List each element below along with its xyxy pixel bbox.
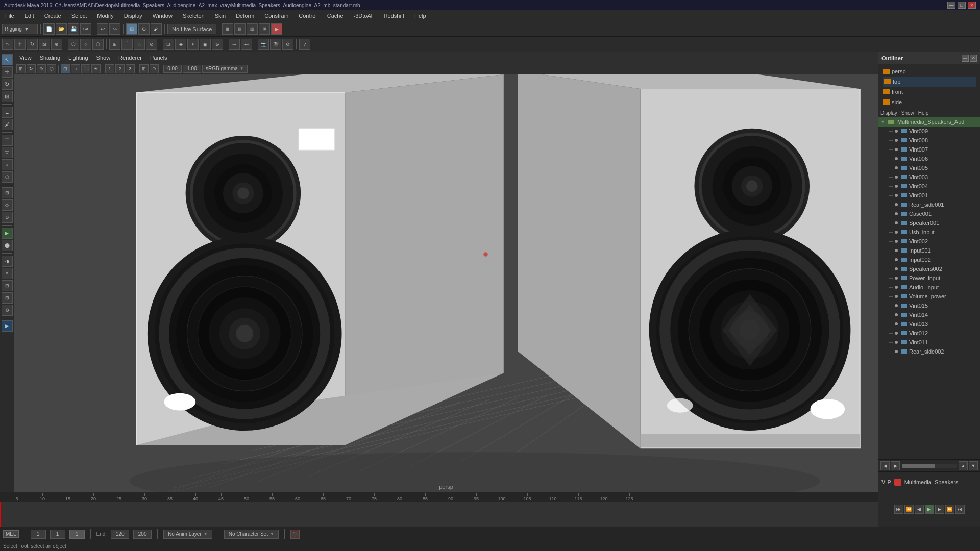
layers-lt-btn[interactable]: ⊟ [2,280,13,291]
outliner-item-vint001[interactable]: Vint001 [878,191,980,200]
outliner-item-vint006[interactable]: Vint006 [878,154,980,163]
res-high-btn[interactable]: 3 [126,64,135,73]
scale-lt-btn[interactable]: ⊠ [2,91,13,102]
next-key-btn[interactable]: ⏩ [945,505,954,514]
show-help[interactable]: ? [299,39,310,50]
shadow-btn[interactable]: ▣ [200,39,211,50]
outliner-item-vint009[interactable]: Vint009 [878,127,980,136]
render-region[interactable]: 📷 [258,39,269,50]
cam-zoom-btn[interactable]: ⊕ [37,64,46,73]
viewport-menu-renderer[interactable]: Renderer [116,54,144,61]
mode-dropdown[interactable]: Rigging ▼ [2,24,38,34]
anim-end-input[interactable] [133,530,152,539]
menu-display[interactable]: Display [122,12,144,20]
menu-control[interactable]: Control [297,12,318,20]
outliner-item-usb[interactable]: Usb_input [878,228,980,237]
character-set-dropdown[interactable]: No Character Set ▼ [224,530,279,539]
prev-frame-btn[interactable]: ◀ [915,505,924,514]
outliner-menu-display[interactable]: Display [880,110,897,116]
ik-tool[interactable]: ⊷ [241,39,252,50]
close-button[interactable]: ✕ [968,2,976,9]
save-button[interactable]: 💾 [68,23,79,35]
rotate-tool[interactable]: ↻ [27,39,38,50]
grid-btn[interactable]: ⊞ [139,64,149,73]
menu-redshift[interactable]: Redshift [382,12,406,20]
outliner-item-input002[interactable]: Input002 [878,255,980,264]
current-frame-input[interactable] [50,530,65,539]
hardware-lt-btn[interactable]: ⬤ [2,240,13,251]
outliner-item-vint014[interactable]: Vint014 [878,310,980,319]
smooth-btn[interactable]: ○ [71,64,80,73]
new-scene-button[interactable]: 📄 [43,23,55,35]
silent-lt-btn[interactable]: ◑ [2,256,13,267]
layout-btn2[interactable]: ▤ [234,23,246,35]
outliner-scrollbar-thumb[interactable] [902,464,935,468]
viewport-menu-view[interactable]: View [17,54,34,61]
texture-btn[interactable]: ⬛ [81,64,90,73]
next-frame-btn[interactable]: ▶ [935,505,944,514]
viewport-menu-show[interactable]: Show [94,54,113,61]
menu-constrain[interactable]: Constrain [262,12,290,20]
menu-cache[interactable]: Cache [325,12,346,20]
cam-top-item[interactable]: top [883,77,976,87]
tools-lt-btn[interactable]: ⚙ [2,305,13,316]
outliner-menu-help[interactable]: Help [918,110,929,116]
outliner-minimize-btn[interactable]: — [962,55,969,62]
playblast-lt-btn[interactable]: ▶ [2,320,13,332]
menu-create[interactable]: Create [42,12,63,20]
light-btn[interactable]: ☀ [187,39,199,50]
play-btn[interactable]: ▶ [925,505,934,514]
end-frame-input[interactable] [111,530,129,539]
viewport-menu-panels[interactable]: Panels [148,54,169,61]
outliner-item-group[interactable]: ▼ Multimedia_Speakers_Aud [878,117,980,127]
history-btn[interactable]: ⊡ [163,39,174,50]
layout-btn1[interactable]: ▦ [222,23,233,35]
curve-btn[interactable]: ⌒ [2,135,13,146]
cam-side-item[interactable]: side [883,97,976,107]
isolate-btn[interactable]: ◈ [175,39,186,50]
menu-deform[interactable]: Deform [234,12,256,20]
prev-key-btn[interactable]: ⏪ [904,505,914,514]
wireframe-btn[interactable]: ⊡ [61,64,70,73]
outliner-menu-show[interactable]: Show [901,110,914,116]
undo-button[interactable]: ↩ [97,23,108,35]
rotate-lt-btn[interactable]: ↻ [2,79,13,90]
outliner-item-input001[interactable]: Input001 [878,246,980,255]
outliner-scroll-down[interactable]: ▼ [969,461,978,470]
move-tool[interactable]: ✛ [14,39,26,50]
soft-select[interactable]: ⬡ [68,39,79,50]
outliner-scroll-up[interactable]: ▲ [959,461,968,470]
menu-select[interactable]: Select [69,12,89,20]
playhead[interactable] [0,502,1,527]
cam-persp-item[interactable]: persp [883,66,976,77]
exposure-input[interactable] [163,65,182,73]
snap-surf-lt[interactable]: ⊙ [2,212,13,223]
attrs-lt-btn[interactable]: ⊞ [2,292,13,304]
lasso-mode-button[interactable]: ⊙ [138,23,150,35]
res-mid-btn[interactable]: 2 [115,64,125,73]
universal-manip[interactable]: ⊕ [51,39,62,50]
outliner-item-power[interactable]: Power_input [878,273,980,283]
select-mode-button[interactable]: ⊞ [126,23,137,35]
viewport-canvas[interactable]: x y z persp [14,74,878,492]
outliner-item-vint002[interactable]: Vint002 [878,237,980,246]
cam-persp-btn[interactable]: ⬡ [47,64,56,73]
poly-select[interactable]: ⬡ [92,39,104,50]
gamma-input[interactable] [183,65,201,73]
outliner-item-vint011[interactable]: Vint011 [878,338,980,347]
redo-button[interactable]: ↪ [109,23,120,35]
outliner-item-vint005[interactable]: Vint005 [878,163,980,172]
layout-btn4[interactable]: ⊞ [259,23,270,35]
nurbs-btn[interactable]: ○ [2,159,13,170]
select-lt-btn[interactable]: ↖ [2,54,13,65]
xray-btn[interactable]: ⊛ [212,39,223,50]
color-space-dropdown[interactable]: sRGB gamma ▼ [202,65,248,73]
menu-edit[interactable]: Edit [22,12,36,20]
poly-btn[interactable]: ▽ [2,147,13,158]
channels-lt-btn[interactable]: ≡ [2,268,13,279]
go-end-btn[interactable]: ⏭ [955,505,965,514]
cam-rotate-btn[interactable]: ↻ [27,64,36,73]
outliner-item-vint004[interactable]: Vint004 [878,182,980,191]
menu-file[interactable]: File [3,12,16,20]
minimize-button[interactable]: — [947,2,955,9]
